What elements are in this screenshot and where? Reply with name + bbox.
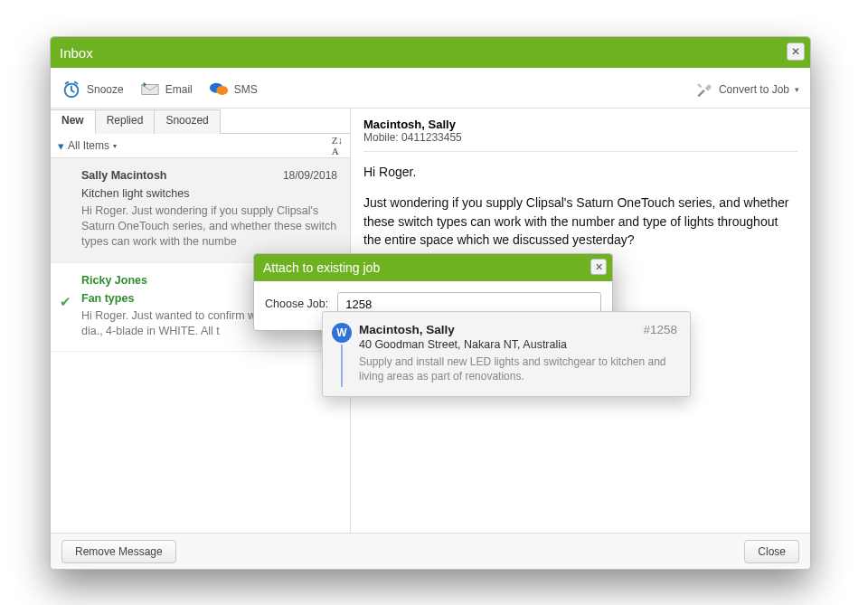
email-label: Email	[165, 83, 193, 96]
close-icon: ✕	[791, 45, 800, 58]
divider	[363, 151, 797, 152]
modal-title: Attach to existing job	[263, 260, 380, 275]
sort-icon: Z↓A	[332, 135, 343, 156]
message-sender: Sally Macintosh	[81, 169, 166, 182]
message-date: 18/09/2018	[283, 169, 337, 182]
close-icon: ✕	[595, 261, 603, 273]
window-titlebar: Inbox ✕	[51, 37, 810, 68]
convert-label: Convert to Job	[719, 83, 789, 96]
remove-label: Remove Message	[75, 545, 163, 558]
tools-icon	[693, 80, 713, 99]
message-list: Sally Macintosh 18/09/2018 Kitchen light…	[51, 158, 350, 533]
reader-paragraph: Hi Roger.	[363, 163, 797, 181]
job-suggestion[interactable]: W Macintosh, Sally #1258 40 Goodman Stre…	[322, 311, 691, 397]
snooze-label: Snooze	[87, 83, 124, 96]
close-button[interactable]: Close	[744, 540, 799, 563]
chevron-down-icon: ▾	[113, 142, 117, 150]
sms-button[interactable]: SMS	[209, 80, 258, 99]
modal-close-button[interactable]: ✕	[590, 259, 607, 275]
message-item[interactable]: Sally Macintosh 18/09/2018 Kitchen light…	[51, 158, 350, 263]
tab-replied-label: Replied	[107, 114, 144, 127]
convert-to-job-button[interactable]: Convert to Job ▾	[693, 80, 799, 99]
timeline-line	[341, 345, 343, 387]
close-label: Close	[758, 545, 786, 558]
tabs: New Replied Snoozed	[50, 109, 350, 133]
modal-titlebar: Attach to existing job ✕	[254, 254, 612, 281]
filter-bar: ▾ All Items ▾ Z↓A	[51, 133, 350, 158]
email-button[interactable]: Email	[140, 80, 193, 99]
sort-button[interactable]: Z↓A	[332, 135, 343, 156]
reader-mobile-value: 0411233455	[401, 131, 462, 144]
window-title: Inbox	[60, 45, 93, 61]
reader-paragraph: Just wondering if you supply Clipsal's S…	[363, 194, 797, 249]
chevron-down-icon: ▾	[795, 85, 799, 94]
remove-message-button[interactable]: Remove Message	[61, 540, 176, 563]
reader-mobile: Mobile: 0411233455	[363, 131, 797, 144]
reader-mobile-label: Mobile:	[363, 131, 399, 144]
job-customer-name: Macintosh, Sally	[359, 323, 455, 336]
snooze-button[interactable]: Snooze	[61, 80, 124, 99]
reader-sender: Macintosh, Sally	[363, 118, 797, 131]
window-close-button[interactable]: ✕	[787, 43, 805, 61]
tab-new-label: New	[61, 114, 84, 127]
tab-replied[interactable]: Replied	[96, 109, 156, 134]
tab-snoozed-label: Snoozed	[165, 114, 208, 127]
sms-label: SMS	[234, 83, 258, 96]
message-sender: Ricky Jones	[81, 274, 147, 287]
job-badge: W	[332, 323, 352, 343]
tab-snoozed[interactable]: Snoozed	[155, 109, 220, 134]
message-subject: Kitchen light switches	[81, 187, 337, 200]
message-preview: Hi Roger. Just wondering if you supply C…	[81, 203, 337, 250]
funnel-icon: ▾	[58, 139, 64, 153]
job-address: 40 Goodman Street, Nakara NT, Australia	[359, 338, 677, 351]
choose-job-label: Choose Job:	[265, 298, 328, 310]
job-id: #1258	[643, 323, 677, 336]
svg-point-2	[216, 86, 228, 95]
mail-icon	[140, 80, 160, 99]
job-badge-letter: W	[336, 326, 346, 339]
clock-icon	[61, 80, 81, 99]
tab-new[interactable]: New	[50, 109, 96, 134]
check-icon: ✔	[60, 294, 71, 310]
job-description: Supply and install new LED lights and sw…	[359, 354, 677, 383]
sms-icon	[209, 80, 229, 99]
toolbar: Snooze Email SMS	[51, 71, 810, 108]
filter-label: All Items	[68, 139, 109, 152]
footer: Remove Message Close	[51, 533, 810, 569]
filter-all-items[interactable]: ▾ All Items ▾	[58, 139, 117, 153]
